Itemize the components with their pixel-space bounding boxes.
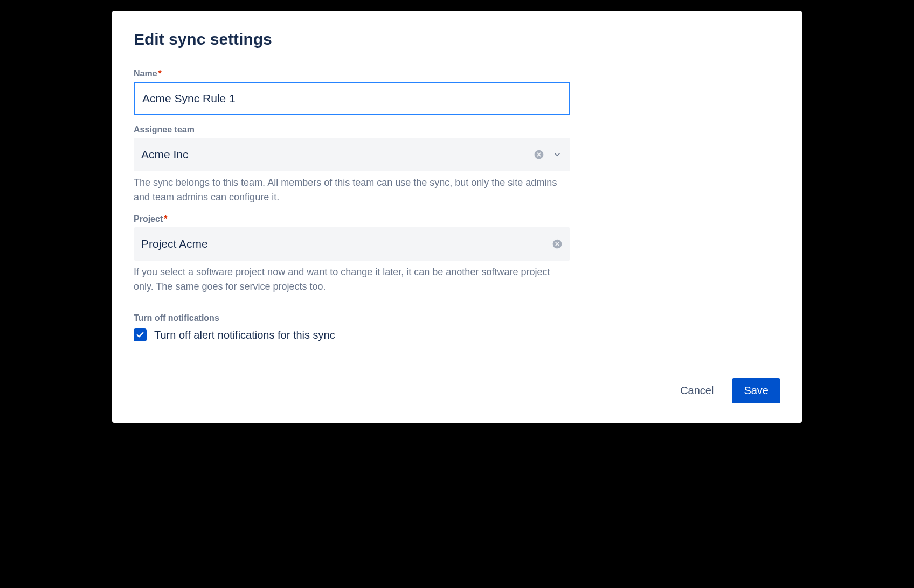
notifications-checkbox-row: Turn off alert notifications for this sy… bbox=[134, 328, 570, 341]
project-helper: If you select a software project now and… bbox=[134, 265, 570, 294]
save-button[interactable]: Save bbox=[732, 378, 780, 403]
name-label-text: Name bbox=[134, 69, 157, 78]
clear-icon[interactable] bbox=[534, 149, 544, 160]
clear-icon[interactable] bbox=[552, 239, 563, 249]
name-label: Name* bbox=[134, 69, 570, 79]
project-field-group: Project* Project Acme If you select a so… bbox=[134, 214, 570, 294]
required-asterisk: * bbox=[158, 69, 162, 78]
cancel-button[interactable]: Cancel bbox=[673, 379, 721, 402]
notifications-checkbox[interactable] bbox=[134, 328, 147, 341]
notifications-section: Turn off notifications Turn off alert no… bbox=[134, 313, 570, 341]
assignee-team-select[interactable]: Acme Inc bbox=[134, 138, 570, 171]
dialog-footer: Cancel Save bbox=[134, 378, 780, 403]
assignee-team-helper: The sync belongs to this team. All membe… bbox=[134, 176, 570, 205]
project-label-text: Project bbox=[134, 214, 163, 223]
project-value: Project Acme bbox=[141, 237, 208, 250]
edit-sync-settings-dialog: Edit sync settings Name* Assignee team A… bbox=[112, 11, 802, 423]
project-label: Project* bbox=[134, 214, 570, 224]
name-input[interactable] bbox=[134, 82, 570, 115]
form-area: Name* Assignee team Acme Inc The sync be… bbox=[134, 69, 570, 341]
name-field-group: Name* bbox=[134, 69, 570, 115]
chevron-down-icon[interactable] bbox=[552, 149, 563, 160]
check-icon bbox=[136, 331, 144, 339]
project-select[interactable]: Project Acme bbox=[134, 227, 570, 261]
select-controls bbox=[552, 239, 563, 249]
required-asterisk: * bbox=[164, 214, 167, 223]
notifications-checkbox-label[interactable]: Turn off alert notifications for this sy… bbox=[154, 329, 335, 341]
assignee-team-label: Assignee team bbox=[134, 125, 570, 135]
notifications-section-label: Turn off notifications bbox=[134, 313, 570, 323]
assignee-team-field-group: Assignee team Acme Inc The sync belongs … bbox=[134, 125, 570, 205]
select-controls bbox=[534, 149, 563, 160]
assignee-team-value: Acme Inc bbox=[141, 148, 189, 161]
dialog-title: Edit sync settings bbox=[134, 30, 780, 48]
